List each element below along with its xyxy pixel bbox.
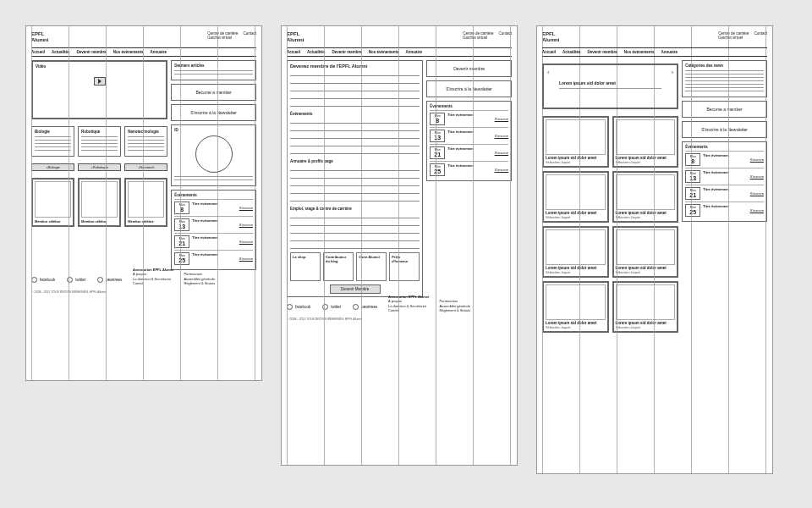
social-facebook[interactable]: facebook [31, 277, 55, 283]
news-card[interactable]: Lorem ipsum sid dolor ametSébastien Jaqu… [612, 281, 679, 333]
event-register-link[interactable]: S'inscrire [447, 151, 508, 155]
nav-actualites[interactable]: Actualités [562, 50, 581, 54]
event-item[interactable]: Mon21Titre événementS'inscrire [430, 144, 508, 161]
newsletter-cta[interactable]: S'inscrire à la Newsletter [171, 104, 256, 121]
header-centre-link[interactable]: Centre de carrièreGuichet virtuel [207, 31, 238, 42]
event-item[interactable]: Mon8Titre événementS'inscrire [174, 199, 253, 216]
form-input[interactable] [290, 125, 420, 131]
event-item[interactable]: Mon25Titre événementS'inscrire [685, 202, 764, 218]
header-centre-link[interactable]: Centre de carrièreGuichet virtuel [463, 31, 493, 42]
news-carousel[interactable]: ‹ › Lorem ipsum sid dolor amet [542, 64, 678, 109]
event-item[interactable]: Mon8Titre événementS'inscrire [685, 151, 764, 168]
topic-robotique[interactable]: Robotique [78, 126, 121, 157]
event-register-link[interactable]: S'inscrire [703, 208, 764, 213]
member-card[interactable]: Membre célèbre [78, 178, 121, 227]
become-member-cta[interactable]: Become a member [682, 101, 767, 118]
form-input[interactable] [290, 118, 420, 124]
form-input[interactable] [290, 70, 420, 76]
chip-nano[interactable]: +Nanotech [124, 163, 167, 171]
footer-link[interactable]: Assemblée générale [439, 304, 470, 308]
nav-actualites[interactable]: Actualités [307, 50, 326, 54]
footer-link[interactable]: Comité [133, 281, 173, 285]
event-register-link[interactable]: S'inscrire [447, 134, 508, 138]
header-contact-link[interactable]: Contact [754, 31, 767, 42]
devenir-membre-cta[interactable]: Devenir membre [426, 60, 512, 77]
nav-annuaire[interactable]: Annuaire [661, 50, 678, 54]
newsletter-cta[interactable]: S'inscrire à la Newsletter [682, 121, 767, 138]
form-input[interactable] [290, 93, 420, 99]
nav-accueil[interactable]: Accueil [542, 50, 556, 54]
footer-link[interactable]: Comité [388, 308, 429, 312]
devenir-membre-button[interactable]: Devenir Membre [330, 284, 381, 294]
event-register-link[interactable]: S'inscrire [192, 257, 253, 261]
event-register-link[interactable]: S'inscrire [703, 157, 764, 162]
event-register-link[interactable]: S'inscrire [192, 223, 253, 227]
social-twitter[interactable]: twitter [322, 304, 341, 310]
news-card[interactable]: Lorem ipsum sid dolor ametSébastien Jaqu… [542, 116, 609, 168]
nav-accueil[interactable]: Accueil [31, 50, 45, 54]
event-item[interactable]: Mon25Titre événementS'inscrire [174, 250, 253, 267]
chip-robotique[interactable]: +Robotique [78, 163, 121, 171]
form-input[interactable] [290, 148, 420, 154]
nav-devenir[interactable]: Devenir membre [588, 50, 617, 54]
event-register-link[interactable]: S'inscrire [703, 191, 764, 196]
news-card[interactable]: Lorem ipsum sid dolor ametSébastien Jaqu… [542, 171, 609, 223]
form-input[interactable] [290, 180, 420, 186]
event-item[interactable]: Mon13Titre événementS'inscrire [685, 168, 764, 185]
form-input[interactable] [290, 141, 420, 146]
become-member-cta[interactable]: Become a member [171, 84, 256, 101]
mini-card-blog[interactable]: Contributeur du blog [323, 252, 354, 281]
nav-accueil[interactable]: Accueil [287, 50, 300, 54]
social-peartrees[interactable]: peartrees [353, 304, 377, 310]
event-register-link[interactable]: S'inscrire [192, 206, 253, 210]
header-contact-link[interactable]: Contact [243, 31, 256, 42]
news-card[interactable]: Lorem ipsum sid dolor ametSébastien Jaqu… [612, 226, 679, 278]
event-register-link[interactable]: S'inscrire [703, 174, 764, 179]
form-input[interactable] [290, 188, 420, 194]
video-panel[interactable]: Vidéo [31, 60, 167, 119]
chevron-left-icon[interactable]: ‹ [547, 69, 550, 76]
mini-card-carte[interactable]: Carte Alumni [356, 252, 387, 281]
social-facebook[interactable]: facebook [287, 304, 310, 310]
form-input[interactable] [290, 235, 420, 241]
newsletter-cta[interactable]: S'inscrire à la Newsletter [426, 80, 512, 97]
event-register-link[interactable]: S'inscrire [447, 117, 508, 121]
form-input[interactable] [290, 165, 420, 171]
news-card[interactable]: Lorem ipsum sid dolor ametSébastien Jaqu… [542, 226, 609, 278]
member-card[interactable]: Membre célèbre [124, 178, 167, 227]
form-input[interactable] [290, 133, 420, 139]
nav-annuaire[interactable]: Annuaire [151, 50, 167, 54]
footer-link[interactable]: Assemblée générale [184, 277, 215, 281]
form-input[interactable] [290, 173, 420, 179]
event-item[interactable]: Mon13Titre événementS'inscrire [430, 127, 508, 144]
nav-evenements[interactable]: Nos événements [624, 50, 655, 54]
topic-biologie[interactable]: Biologie [31, 126, 74, 157]
form-input[interactable] [290, 101, 420, 107]
event-item[interactable]: Mon25Titre événementS'inscrire [430, 161, 508, 178]
nav-devenir[interactable]: Devenir membre [77, 50, 107, 54]
topic-nano[interactable]: Nanotechnologie [124, 126, 167, 157]
news-card[interactable]: Lorem ipsum sid dolor ametSébastien Jaqu… [612, 171, 679, 223]
chip-biologie[interactable]: +Biologie [31, 163, 74, 171]
play-icon[interactable] [94, 77, 106, 86]
footer-link[interactable]: La direction & Secrétariat [133, 277, 173, 281]
nav-evenements[interactable]: Nos événements [113, 50, 144, 54]
header-contact-link[interactable]: Contact [498, 31, 512, 42]
event-register-link[interactable]: S'inscrire [192, 240, 253, 244]
chevron-right-icon[interactable]: › [672, 69, 674, 76]
news-card[interactable]: Lorem ipsum sid dolor ametSébastien Jaqu… [542, 281, 609, 333]
form-input[interactable] [290, 228, 420, 234]
event-item[interactable]: Mon21Titre événementS'inscrire [685, 185, 764, 202]
nav-annuaire[interactable]: Annuaire [406, 50, 423, 54]
form-input[interactable] [290, 213, 420, 218]
form-input[interactable] [290, 86, 420, 91]
social-twitter[interactable]: twitter [67, 277, 85, 283]
nav-devenir[interactable]: Devenir membre [332, 50, 362, 54]
mini-card-shop[interactable]: Le shop [290, 252, 321, 281]
event-item[interactable]: Mon21Titre événementS'inscrire [174, 233, 253, 250]
nav-evenements[interactable]: Nos événements [369, 50, 399, 54]
event-register-link[interactable]: S'inscrire [447, 168, 508, 172]
form-input[interactable] [290, 220, 420, 226]
form-input[interactable] [290, 78, 420, 84]
footer-link[interactable]: Règlement & Statuts [439, 308, 470, 312]
